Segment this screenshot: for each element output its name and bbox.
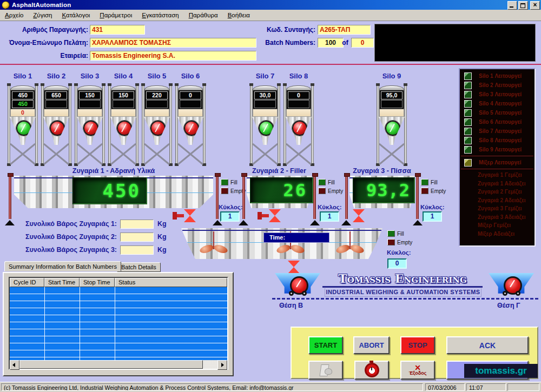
silo-7-remainder-display [253,109,278,117]
close-button[interactable]: × [530,1,540,10]
silo-1-setpoint-display: 450 [12,91,34,99]
silo-brace [142,142,172,167]
column-header-stop-time[interactable]: Stop Time [80,278,115,287]
batch-table-body[interactable] [10,287,227,360]
batch-total-field[interactable]: 0 [351,38,374,48]
message-display-box [374,24,536,62]
scroll-left-arrow[interactable] [10,360,19,370]
green-indicator-icon [464,82,472,89]
tab-batch-details[interactable]: Batch Details [117,262,161,272]
mixer: Time: [181,228,382,259]
start-button[interactable]: START [308,336,343,354]
io-activity-row-4: Ζυγαριά 2 Αδειάζει [460,196,535,205]
minimize-button[interactable] [507,1,517,10]
status-date: 07/03/2006 [425,383,465,391]
green-indicator-icon [464,128,472,135]
scale-2-valve-icon [269,209,281,222]
silo-6-label: Silo 6 [172,72,209,80]
menu-4[interactable]: Παράμετροι [95,11,137,19]
window-title: AsphaltAutomation [12,2,71,8]
column-header-cycle-id[interactable]: Cycle ID [10,278,44,287]
recipe-code-field[interactable]: A265-ΤΑΠ [318,25,371,35]
silo-brace [108,142,138,167]
total-weight-1-field[interactable] [120,220,154,229]
company-label: Εταιρεία: [32,52,88,59]
stop-button[interactable]: STOP [400,336,435,354]
menu-6[interactable]: Παράθυρα [184,11,223,19]
green-indicator-icon [464,91,472,98]
empty-swatch [318,188,326,194]
menu-2[interactable]: Ζύγιση [28,11,57,19]
restore-button[interactable] [518,1,528,10]
silo-8-label: Silo 8 [280,72,317,80]
customer-field[interactable]: ΧΑΡΑΛΑΜΠΟΣ ΤΟΜΑΣΗΣ [90,38,256,48]
empty-swatch [221,188,228,194]
status-bar: (c) Tomassis Engineering Ltd, Industrial… [0,382,541,392]
batch-table[interactable]: Cycle IDStart TimeStop TimeStatus [9,277,228,370]
total-weight-3-label: Συνολικό Βάρος Ζυγαριάς 3: [11,246,117,254]
scale-1-cycle-label: Κύκλος: [219,204,243,210]
silo-4-label: Silo 4 [105,72,142,80]
total-weight-3-unit: Kg [157,246,167,254]
column-header-status[interactable]: Status [115,278,227,287]
green-indicator-icon [464,109,472,117]
silo-3-remainder-display [77,109,102,117]
scale-2-right-post [313,175,316,219]
menu-3[interactable]: Κατάλογοι [57,11,95,19]
io-silo-row-4: Silo 4 Λειτουργεί [460,99,535,108]
scale-2-legend: Fill Empty [318,178,343,196]
silo-5: Silo 5220 [142,81,172,168]
menu-7[interactable]: Βοήθεια [223,11,255,19]
total-weight-3-field[interactable] [120,245,154,255]
production-number-field[interactable]: 431 [90,25,145,35]
scroll-right-arrow[interactable] [217,360,227,370]
rail-track [272,298,538,300]
report-icon [319,364,332,376]
mixer-cycle-value: 0 [387,258,407,269]
scale-1-left-post [9,175,11,219]
menu-1[interactable]: Αρχείο [0,11,28,19]
mixer-valve-icon [288,261,300,274]
abort-button[interactable]: ABORT [353,336,390,354]
batch-table-hscrollbar[interactable] [10,360,227,369]
batch-current-field[interactable]: 100 [318,38,344,48]
silo-9: Silo 995,0 [377,81,407,168]
report-button[interactable] [308,361,343,380]
io-activity-row-3: Ζυγαριά 2 Γεμίζει [460,188,535,196]
silo-9-label: Silo 9 [373,72,410,80]
silo-3-label: Silo 3 [71,72,108,80]
total-weight-2-field[interactable] [120,232,154,242]
hopper-car-b [275,273,320,297]
exit-button[interactable]: ✕ Έξοδος [400,361,435,380]
silo-7-setpoint-display: 30,0 [254,91,276,99]
scale-1: Ζυγαριά 1 - Αδρανή Υλικά 450 [8,176,220,208]
silo-7-green-light-icon [259,121,274,136]
io-activity-row-6: Ζυγαριά 3 Αδειάζει [460,213,535,222]
menu-5[interactable]: Εγκατάσταση [137,11,183,19]
silo-4-setpoint-display: 150 [113,91,134,99]
mixer-propeller-icon [278,244,304,254]
scroll-thumb[interactable] [19,360,203,369]
silo-6: Silo 60 [175,81,206,168]
scale-2: Ζυγαριά 2 - Filler 26 [242,176,316,208]
io-silo-row-7: Silo 7 Λειτουργεί [460,127,535,136]
scale-3-weight-display: 93,2 [353,177,415,203]
io-status-panel: Silo 1 ΛειτουργείSilo 2 ΛειτουργείSilo 3… [459,68,536,247]
io-silo-row-2: Silo 2 Λειτουργεί [460,81,535,90]
silo-1: Silo 14504500 [8,81,38,168]
silo-7-weight-display [254,100,276,108]
silo-2-red-light-icon [50,121,65,136]
scale-2-cycle-value: 1 [320,211,339,222]
column-header-start-time[interactable]: Start Time [44,278,80,287]
scale-3-right-post [416,175,419,219]
company-field[interactable]: Tomassis Engineering S.A. [90,51,256,61]
silo-8-weight-display [288,100,309,108]
app-icon [2,1,10,9]
timer-button[interactable] [354,361,389,380]
silo-2-label: Silo 2 [38,72,75,80]
ack-button[interactable]: ACK [446,336,529,354]
silo-5-remainder-display [144,109,169,117]
status-text: (c) Tomassis Engineering Ltd, Industrial… [1,383,423,391]
tab-summary-information[interactable]: Summary Information for Batch Numbers [4,261,121,271]
silo-4-red-light-icon [117,121,132,136]
